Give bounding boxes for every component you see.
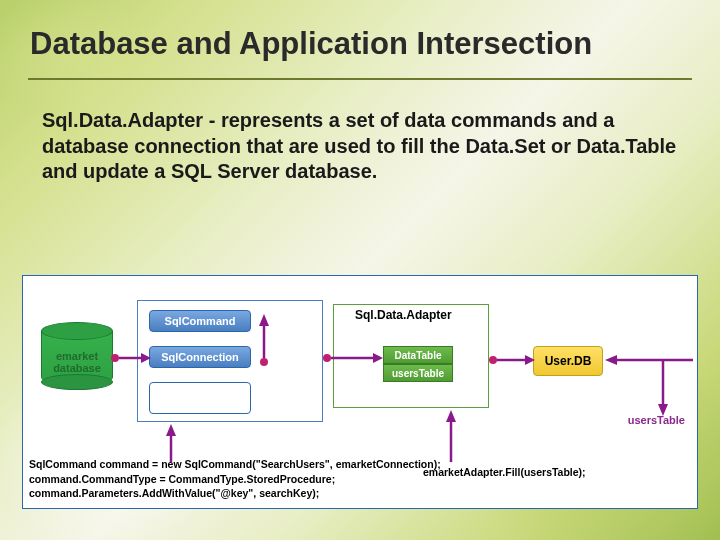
storedproc-box <box>149 382 251 414</box>
arrow-code-to-group <box>163 422 179 462</box>
code-left-line-2: command.CommandType = CommandType.Stored… <box>29 472 441 486</box>
sqlconnection-box: SqlConnection <box>149 346 251 368</box>
diagram-panel: emarket database SqlCommand SqlConnectio… <box>22 275 698 509</box>
arrow-right-to-userdb <box>603 352 693 368</box>
userstable-label: usersTable <box>628 414 685 426</box>
svg-marker-13 <box>605 355 617 365</box>
userstable-box: usersTable <box>383 364 453 382</box>
slide-title: Database and Application Intersection <box>0 0 720 72</box>
code-left-line-1: SqlCommand command = new SqlCommand("Sea… <box>29 457 441 471</box>
slide: Database and Application Intersection Sq… <box>0 0 720 540</box>
arrow-userstable-down <box>655 360 671 416</box>
adapter-label: Sql.Data.Adapter <box>355 308 452 322</box>
arrow-code-to-adapter <box>443 408 459 462</box>
svg-marker-17 <box>166 424 176 436</box>
userdb-box: User.DB <box>533 346 603 376</box>
database-label: emarket database <box>41 350 113 374</box>
datatable-box: DataTable <box>383 346 453 364</box>
database-cylinder: emarket database <box>41 322 113 390</box>
svg-point-6 <box>323 354 331 362</box>
code-left-line-3: command.Parameters.AddWithValue("@key", … <box>29 486 441 500</box>
sqlcommand-box: SqlCommand <box>149 310 251 332</box>
code-right: emarketAdapter.Fill(usersTable); <box>423 466 586 478</box>
arrow-adapter-to-userdb <box>489 352 535 368</box>
svg-marker-19 <box>446 410 456 422</box>
svg-point-9 <box>489 356 497 364</box>
slide-body: Sql.Data.Adapter - represents a set of d… <box>0 80 720 185</box>
code-left: SqlCommand command = new SqlCommand("Sea… <box>29 457 441 500</box>
